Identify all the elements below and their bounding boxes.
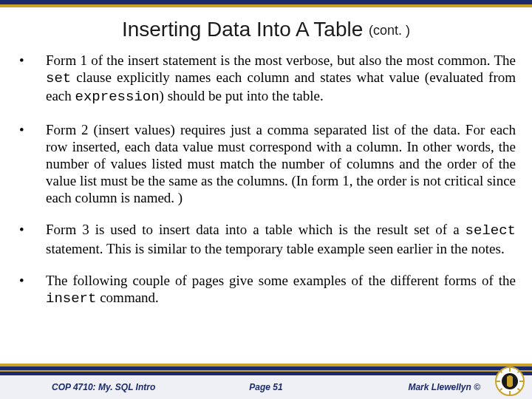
code-span: expression: [75, 89, 160, 105]
svg-rect-4: [497, 381, 500, 382]
svg-rect-2: [509, 368, 511, 372]
text-span: command.: [96, 290, 158, 305]
code-span: insert: [46, 290, 96, 307]
bullet-item: • Form 1 of the insert statement is the …: [16, 52, 516, 106]
ucf-logo-icon: [495, 366, 525, 396]
footer: COP 4710: My. SQL Intro Page 51 Mark Lle…: [0, 364, 532, 399]
svg-rect-3: [509, 391, 511, 395]
bullet-text: Form 3 is used to insert data into a tab…: [46, 221, 516, 256]
text-span: The following couple of pages give some …: [46, 273, 516, 288]
code-span: set: [46, 70, 71, 86]
bullet-item: • Form 2 (insert values) requires just a…: [16, 121, 516, 207]
bullet-marker: •: [16, 221, 46, 256]
text-span: statement. This is similar to the tempor…: [46, 241, 505, 256]
text-span: Form 3 is used to insert data into a tab…: [46, 222, 466, 237]
code-span: select: [466, 222, 516, 239]
bullet-text: Form 2 (insert values) requires just a c…: [46, 121, 516, 207]
footer-bar: COP 4710: My. SQL Intro Page 51 Mark Lle…: [0, 375, 532, 399]
bullet-marker: •: [16, 272, 46, 307]
svg-rect-5: [519, 381, 523, 382]
footer-page-number: Page 51: [249, 382, 282, 392]
bullet-text: Form 1 of the insert statement is the mo…: [46, 52, 516, 106]
title-main: Inserting Data Into A Table: [122, 18, 363, 41]
bullet-item: • The following couple of pages give som…: [16, 272, 516, 307]
bullet-item: • Form 3 is used to insert data into a t…: [16, 221, 516, 256]
footer-author: Mark Llewellyn ©: [408, 382, 480, 392]
footer-decorative-bar: [0, 364, 532, 375]
bullet-marker: •: [16, 52, 46, 106]
text-span: Form 1 of the insert statement is the mo…: [46, 52, 516, 68]
title-continued: (cont. ): [369, 23, 410, 38]
top-decorative-bar: [0, 0, 532, 7]
footer-course: COP 4710: My. SQL Intro: [52, 382, 155, 392]
bullet-text: The following couple of pages give some …: [46, 272, 516, 307]
bullet-marker: •: [16, 121, 46, 207]
slide: Inserting Data Into A Table (cont. ) • F…: [0, 0, 532, 399]
content-area: • Form 1 of the insert statement is the …: [0, 52, 532, 307]
slide-title: Inserting Data Into A Table (cont. ): [0, 18, 532, 41]
text-span: ) should be put into the table.: [160, 88, 324, 103]
